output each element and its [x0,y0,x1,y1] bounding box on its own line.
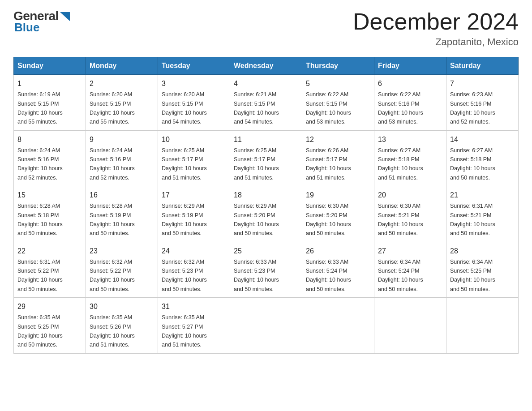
calendar-cell: 30 Sunrise: 6:35 AMSunset: 5:26 PMDaylig… [86,298,158,354]
calendar-cell: 17 Sunrise: 6:29 AMSunset: 5:19 PMDaylig… [158,186,230,242]
header-saturday: Saturday [446,57,519,75]
calendar-cell: 9 Sunrise: 6:24 AMSunset: 5:16 PMDayligh… [86,130,158,186]
day-number: 13 [378,134,442,145]
day-info: Sunrise: 6:29 AMSunset: 5:20 PMDaylight:… [234,203,279,236]
calendar-cell: 1 Sunrise: 6:19 AMSunset: 5:15 PMDayligh… [14,75,86,131]
week-row-3: 15 Sunrise: 6:28 AMSunset: 5:18 PMDaylig… [14,186,519,242]
day-info: Sunrise: 6:26 AMSunset: 5:17 PMDaylight:… [306,147,351,181]
day-number: 30 [90,301,154,312]
calendar-cell: 14 Sunrise: 6:27 AMSunset: 5:18 PMDaylig… [446,130,519,186]
day-number: 21 [450,190,515,201]
day-number: 6 [378,78,442,89]
day-number: 8 [17,134,82,145]
day-info: Sunrise: 6:33 AMSunset: 5:23 PMDaylight:… [234,259,279,292]
day-info: Sunrise: 6:35 AMSunset: 5:27 PMDaylight:… [162,314,207,348]
calendar-cell: 6 Sunrise: 6:22 AMSunset: 5:16 PMDayligh… [374,75,446,131]
calendar-cell: 24 Sunrise: 6:32 AMSunset: 5:23 PMDaylig… [158,242,230,298]
day-number: 7 [450,78,515,89]
calendar-cell: 7 Sunrise: 6:23 AMSunset: 5:16 PMDayligh… [446,75,519,131]
calendar-cell: 25 Sunrise: 6:33 AMSunset: 5:23 PMDaylig… [230,242,302,298]
day-number: 18 [234,190,298,201]
day-info: Sunrise: 6:20 AMSunset: 5:15 PMDaylight:… [162,91,207,125]
week-row-4: 22 Sunrise: 6:31 AMSunset: 5:22 PMDaylig… [14,242,519,298]
day-number: 27 [378,246,442,257]
header-thursday: Thursday [302,57,374,75]
day-number: 28 [450,246,515,257]
day-number: 4 [234,78,298,89]
calendar-cell: 4 Sunrise: 6:21 AMSunset: 5:15 PMDayligh… [230,75,302,131]
page-header: General Blue December 2024 Zapotanito, M… [13,9,519,48]
calendar-cell [374,298,446,354]
calendar-cell: 22 Sunrise: 6:31 AMSunset: 5:22 PMDaylig… [14,242,86,298]
calendar-cell [230,298,302,354]
day-info: Sunrise: 6:23 AMSunset: 5:16 PMDaylight:… [450,91,495,125]
day-number: 3 [162,78,226,89]
day-number: 15 [17,190,82,201]
calendar-cell: 18 Sunrise: 6:29 AMSunset: 5:20 PMDaylig… [230,186,302,242]
calendar-cell: 26 Sunrise: 6:33 AMSunset: 5:24 PMDaylig… [302,242,374,298]
day-info: Sunrise: 6:30 AMSunset: 5:21 PMDaylight:… [378,203,423,236]
day-info: Sunrise: 6:24 AMSunset: 5:16 PMDaylight:… [17,147,63,181]
calendar-title: December 2024 [353,9,519,34]
day-number: 11 [234,134,298,145]
header-wednesday: Wednesday [230,57,302,75]
day-info: Sunrise: 6:35 AMSunset: 5:26 PMDaylight:… [90,314,135,348]
day-number: 31 [162,301,226,312]
day-info: Sunrise: 6:35 AMSunset: 5:25 PMDaylight:… [17,314,63,348]
calendar-cell: 10 Sunrise: 6:25 AMSunset: 5:17 PMDaylig… [158,130,230,186]
day-info: Sunrise: 6:19 AMSunset: 5:15 PMDaylight:… [17,91,63,125]
calendar-cell: 27 Sunrise: 6:34 AMSunset: 5:24 PMDaylig… [374,242,446,298]
calendar-cell: 15 Sunrise: 6:28 AMSunset: 5:18 PMDaylig… [14,186,86,242]
week-row-2: 8 Sunrise: 6:24 AMSunset: 5:16 PMDayligh… [14,130,519,186]
calendar-cell: 20 Sunrise: 6:30 AMSunset: 5:21 PMDaylig… [374,186,446,242]
week-row-1: 1 Sunrise: 6:19 AMSunset: 5:15 PMDayligh… [14,75,519,131]
day-number: 10 [162,134,226,145]
header-friday: Friday [374,57,446,75]
day-info: Sunrise: 6:21 AMSunset: 5:15 PMDaylight:… [234,91,279,125]
day-number: 9 [90,134,154,145]
day-number: 24 [162,246,226,257]
day-number: 29 [17,301,82,312]
calendar-table: Sunday Monday Tuesday Wednesday Thursday… [13,57,519,354]
calendar-cell: 13 Sunrise: 6:27 AMSunset: 5:18 PMDaylig… [374,130,446,186]
title-block: December 2024 Zapotanito, Mexico [353,9,519,48]
day-info: Sunrise: 6:27 AMSunset: 5:18 PMDaylight:… [450,147,495,181]
day-info: Sunrise: 6:33 AMSunset: 5:24 PMDaylight:… [306,259,351,292]
day-info: Sunrise: 6:34 AMSunset: 5:24 PMDaylight:… [378,259,423,292]
calendar-cell: 12 Sunrise: 6:26 AMSunset: 5:17 PMDaylig… [302,130,374,186]
day-info: Sunrise: 6:22 AMSunset: 5:15 PMDaylight:… [306,91,351,125]
day-number: 19 [306,190,370,201]
logo: General Blue [13,9,70,34]
calendar-cell: 8 Sunrise: 6:24 AMSunset: 5:16 PMDayligh… [14,130,86,186]
day-info: Sunrise: 6:31 AMSunset: 5:22 PMDaylight:… [17,259,63,292]
calendar-cell [446,298,519,354]
calendar-cell: 11 Sunrise: 6:25 AMSunset: 5:17 PMDaylig… [230,130,302,186]
day-number: 16 [90,190,154,201]
day-number: 1 [17,78,82,89]
day-number: 17 [162,190,226,201]
calendar-cell: 2 Sunrise: 6:20 AMSunset: 5:15 PMDayligh… [86,75,158,131]
svg-marker-0 [60,12,70,21]
day-info: Sunrise: 6:22 AMSunset: 5:16 PMDaylight:… [378,91,423,125]
calendar-cell: 19 Sunrise: 6:30 AMSunset: 5:20 PMDaylig… [302,186,374,242]
calendar-cell: 31 Sunrise: 6:35 AMSunset: 5:27 PMDaylig… [158,298,230,354]
day-info: Sunrise: 6:32 AMSunset: 5:23 PMDaylight:… [162,259,207,292]
calendar-cell: 16 Sunrise: 6:28 AMSunset: 5:19 PMDaylig… [86,186,158,242]
weekday-header-row: Sunday Monday Tuesday Wednesday Thursday… [14,57,519,75]
day-number: 23 [90,246,154,257]
day-info: Sunrise: 6:27 AMSunset: 5:18 PMDaylight:… [378,147,423,181]
day-info: Sunrise: 6:32 AMSunset: 5:22 PMDaylight:… [90,259,135,292]
day-info: Sunrise: 6:29 AMSunset: 5:19 PMDaylight:… [162,203,207,236]
calendar-cell: 5 Sunrise: 6:22 AMSunset: 5:15 PMDayligh… [302,75,374,131]
calendar-cell: 28 Sunrise: 6:34 AMSunset: 5:25 PMDaylig… [446,242,519,298]
header-sunday: Sunday [14,57,86,75]
day-info: Sunrise: 6:20 AMSunset: 5:15 PMDaylight:… [90,91,135,125]
calendar-cell: 3 Sunrise: 6:20 AMSunset: 5:15 PMDayligh… [158,75,230,131]
header-monday: Monday [86,57,158,75]
logo-blue-text: Blue [14,21,39,34]
day-number: 26 [306,246,370,257]
calendar-cell [302,298,374,354]
logo-arrow-icon [60,12,70,21]
day-number: 22 [17,246,82,257]
day-number: 5 [306,78,370,89]
